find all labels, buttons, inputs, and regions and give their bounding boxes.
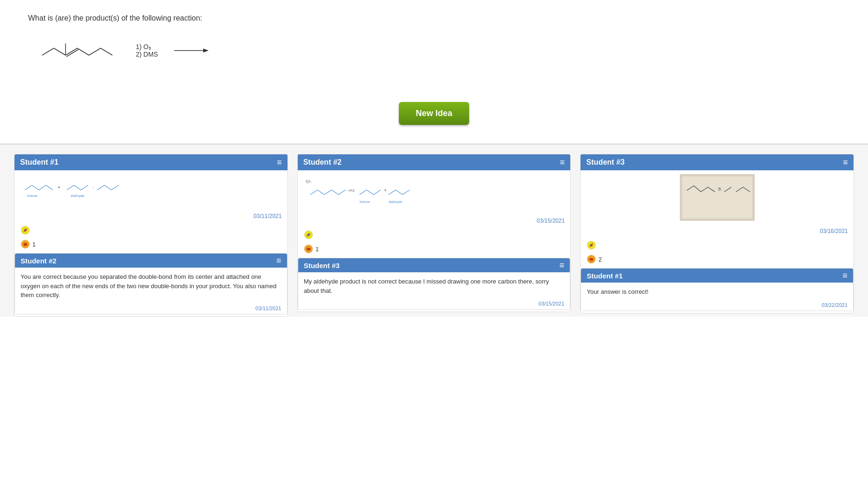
svg-text:+: + xyxy=(58,185,60,190)
idea-card-2: Student #2 ≡ Q1. +P2 xyxy=(297,154,571,312)
edit-icon-2[interactable] xyxy=(303,230,314,240)
nested-menu-icon-3[interactable]: ≡ xyxy=(843,271,848,280)
svg-line-32 xyxy=(338,190,346,195)
svg-text:·: · xyxy=(734,188,735,191)
svg-line-17 xyxy=(74,185,81,190)
reply-icon-3[interactable] xyxy=(586,254,596,264)
question-text: What is (are) the product(s) of the foll… xyxy=(28,14,840,22)
nested-student-label-3: Student #1 xyxy=(587,272,623,280)
svg-line-2 xyxy=(66,48,77,55)
nested-card-2: Student #3 ≡ My aldehyde product is not … xyxy=(298,258,571,310)
svg-text:Q1.: Q1. xyxy=(306,179,312,183)
idea-card-1: Student #1 ≡ + Ketone xyxy=(14,154,288,317)
nested-menu-icon-2[interactable]: ≡ xyxy=(559,261,565,269)
nested-card-date-2: 03/15/2021 xyxy=(298,300,570,309)
reaction-conditions: 1) O₃ 2) DMS xyxy=(136,43,158,58)
reaction-arrow xyxy=(174,45,212,56)
svg-line-39 xyxy=(389,190,396,195)
question-area: What is (are) the product(s) of the foll… xyxy=(0,0,868,93)
svg-line-13 xyxy=(46,185,53,190)
svg-text:Aldehyde: Aldehyde xyxy=(71,194,84,198)
idea-card-3: Student #3 ≡ B. · xyxy=(580,154,854,313)
reply-icon-1[interactable] xyxy=(20,239,30,249)
nested-student-label-1: Student #2 xyxy=(21,257,57,265)
svg-line-30 xyxy=(324,190,331,195)
reaction-container: 1) O₃ 2) DMS xyxy=(28,32,840,69)
reply-icon-2[interactable] xyxy=(303,244,314,254)
card-column-2: Student #2 ≡ Q1. +P2 xyxy=(293,154,576,317)
card-menu-icon-3[interactable]: ≡ xyxy=(843,158,848,167)
student1-drawing: + Ketone Aldehyde · xyxy=(20,176,142,204)
nested-card-header-1: Student #2 ≡ xyxy=(15,254,287,268)
nested-card-header-2: Student #3 ≡ xyxy=(298,258,570,272)
svg-line-22 xyxy=(104,185,111,190)
card-date-2: 03/15/2021 xyxy=(298,216,571,228)
svg-line-35 xyxy=(367,190,374,195)
svg-line-6 xyxy=(89,48,101,55)
card-actions-1 xyxy=(15,223,287,237)
svg-line-23 xyxy=(111,185,118,190)
svg-line-3 xyxy=(66,50,78,57)
card-student-label-1: Student #1 xyxy=(20,158,59,167)
svg-line-5 xyxy=(77,48,89,55)
nested-card-date-1: 03/11/2021 xyxy=(15,305,287,314)
svg-line-10 xyxy=(25,185,32,190)
card-actions-3 xyxy=(581,238,853,252)
svg-rect-47 xyxy=(682,176,752,218)
edit-icon-1[interactable] xyxy=(20,225,30,235)
student3-photo: B. · xyxy=(680,174,755,221)
svg-line-7 xyxy=(101,48,112,55)
cards-area: Student #1 ≡ + Ketone xyxy=(0,144,868,317)
svg-line-0 xyxy=(42,48,54,55)
nested-card-3: Student #1 ≡ Your answer is correct! 03/… xyxy=(581,268,853,311)
svg-line-34 xyxy=(360,190,367,195)
svg-text:B.: B. xyxy=(718,187,722,191)
new-idea-container: New Idea xyxy=(0,93,868,144)
svg-point-58 xyxy=(590,244,592,246)
reply-count-2: 1 xyxy=(316,246,319,253)
svg-line-29 xyxy=(317,190,324,195)
card-header-3: Student #3 ≡ xyxy=(581,154,853,170)
edit-icon-3[interactable] xyxy=(586,240,596,250)
svg-line-1 xyxy=(54,48,66,55)
card-image-area-3: B. · xyxy=(581,170,853,226)
svg-line-36 xyxy=(374,190,381,195)
nested-card-body-3: Your answer is correct! xyxy=(581,283,853,301)
svg-line-18 xyxy=(81,185,88,190)
card-column-1: Student #1 ≡ + Ketone xyxy=(9,154,293,317)
student2-drawing: Q1. +P2 Ketone + xyxy=(303,176,444,209)
card-date-3: 03/16/2021 xyxy=(581,226,853,238)
svg-line-31 xyxy=(331,190,338,195)
card-reply-actions-1: 1 xyxy=(15,237,287,251)
svg-line-11 xyxy=(32,185,39,190)
card-body-1: + Ketone Aldehyde · xyxy=(15,170,287,211)
reply-count-3: 2 xyxy=(598,256,602,263)
card-column-3: Student #3 ≡ B. · xyxy=(575,154,859,317)
svg-line-41 xyxy=(403,190,410,195)
new-idea-button[interactable]: New Idea xyxy=(399,102,469,125)
svg-point-44 xyxy=(308,234,309,236)
nested-card-body-1: You are correct because you separated th… xyxy=(15,268,287,305)
nested-card-1: Student #2 ≡ You are correct because you… xyxy=(15,253,287,314)
svg-text:Aldehyde: Aldehyde xyxy=(389,200,402,204)
card-header-2: Student #2 ≡ xyxy=(298,154,571,170)
nested-card-header-3: Student #1 ≡ xyxy=(581,269,853,283)
nested-card-body-2: My aldehyde product is not correct becau… xyxy=(298,272,570,300)
card-reply-actions-2: 1 xyxy=(298,242,571,256)
card-student-label-2: Student #2 xyxy=(303,158,342,167)
card-menu-icon-1[interactable]: ≡ xyxy=(277,158,282,167)
card-menu-icon-2[interactable]: ≡ xyxy=(560,158,565,167)
card-actions-2 xyxy=(298,228,571,242)
nested-card-date-3: 03/22/2021 xyxy=(581,301,853,311)
reagent-step1: 1) O₃ xyxy=(136,43,158,51)
svg-line-12 xyxy=(39,185,46,190)
svg-line-40 xyxy=(396,190,403,195)
card-body-2: Q1. +P2 Ketone + xyxy=(298,170,571,216)
svg-text:Ketone: Ketone xyxy=(360,200,370,204)
card-reply-actions-3: 2 xyxy=(581,252,853,266)
svg-text:+: + xyxy=(384,188,387,193)
svg-text:+P2: +P2 xyxy=(348,189,355,193)
reagent-step2: 2) DMS xyxy=(136,51,158,58)
nested-menu-icon-1[interactable]: ≡ xyxy=(276,256,281,265)
svg-point-25 xyxy=(24,229,26,231)
